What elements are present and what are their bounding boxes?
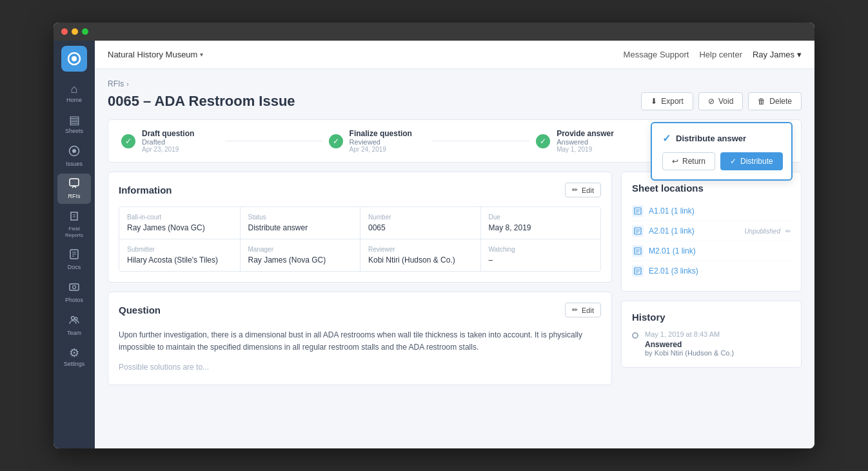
chrome-minimize[interactable] bbox=[72, 28, 78, 35]
return-icon: ↩ bbox=[672, 157, 678, 166]
breadcrumb-parent[interactable]: RFIs bbox=[108, 79, 124, 88]
chrome-maximize[interactable] bbox=[82, 28, 88, 35]
help-center-link[interactable]: Help center bbox=[699, 50, 742, 59]
label-ball-in-court: Ball-in-court bbox=[127, 214, 232, 221]
export-button[interactable]: ⬇ Export bbox=[641, 92, 693, 110]
sidebar: ⌂ Home ▤ Sheets Issues RFIs bbox=[54, 41, 95, 448]
void-button[interactable]: ⊘ Void bbox=[698, 92, 743, 110]
chrome-close[interactable] bbox=[61, 28, 68, 35]
field-reports-icon bbox=[68, 210, 80, 224]
step-draft-icon: ✓ bbox=[121, 134, 135, 148]
field-manager: Manager Ray James (Nova GC) bbox=[240, 239, 360, 271]
field-number: Number 0065 bbox=[360, 207, 480, 239]
top-nav: Natural History Museum ▾ Message Support… bbox=[95, 41, 814, 69]
sidebar-label-settings: Settings bbox=[64, 361, 85, 368]
distribute-check-icon: ✓ bbox=[662, 132, 671, 145]
nav-right: Message Support Help center Ray James ▾ bbox=[624, 50, 802, 59]
sidebar-item-issues[interactable]: Issues bbox=[57, 141, 91, 172]
project-selector[interactable]: Natural History Museum ▾ bbox=[108, 50, 203, 59]
edit-label: Edit bbox=[582, 186, 594, 194]
sidebar-label-issues: Issues bbox=[66, 161, 83, 168]
progress-section: ✓ Draft question Drafted Apr 23, 2019 ✓ bbox=[108, 119, 802, 163]
history-card: History May 1, 2019 at 8:43 AM Answered … bbox=[621, 301, 802, 368]
void-icon: ⊘ bbox=[708, 97, 715, 106]
sheet-loc-label-m201: M2.01 (1 link) bbox=[649, 246, 696, 256]
popup-actions: ↩ Return ✓ Distribute bbox=[662, 152, 781, 170]
page-title: 0065 – ADA Restroom Issue bbox=[108, 93, 295, 110]
svg-point-8 bbox=[72, 316, 75, 319]
user-chevron: ▾ bbox=[797, 50, 802, 59]
step-finalize-title: Finalize question bbox=[350, 129, 412, 138]
sidebar-label-home: Home bbox=[66, 97, 82, 104]
edit-icon: ✏ bbox=[572, 186, 578, 194]
sidebar-item-settings[interactable]: ⚙ Settings bbox=[57, 343, 91, 372]
sheet-loc-item-m201[interactable]: M2.01 (1 link) bbox=[632, 241, 791, 261]
step-provide-info: Provide answer Answered May 1, 2019 bbox=[557, 129, 614, 153]
field-due: Due May 8, 2019 bbox=[480, 207, 601, 239]
delete-icon: 🗑 bbox=[758, 97, 765, 106]
value-status: Distribute answer bbox=[248, 223, 353, 232]
field-watching: Watching – bbox=[480, 239, 601, 271]
sheet-loc-item-e201[interactable]: E2.01 (3 links) bbox=[632, 261, 791, 281]
information-card: Information ✏ Edit Ball-in-court bbox=[108, 172, 612, 283]
field-status: Status Distribute answer bbox=[240, 207, 360, 239]
step-finalize: ✓ Finalize question Reviewed Apr 24, 201… bbox=[329, 129, 426, 153]
distribute-button[interactable]: ✓ Distribute bbox=[720, 152, 783, 170]
export-icon: ⬇ bbox=[651, 97, 657, 106]
step-draft-sub: Drafted bbox=[142, 138, 194, 146]
label-due: Due bbox=[489, 214, 593, 221]
delete-button[interactable]: 🗑 Delete bbox=[748, 92, 802, 110]
sidebar-item-home[interactable]: ⌂ Home bbox=[57, 79, 91, 108]
question-header: Question ✏ Edit bbox=[119, 303, 601, 317]
step-finalize-sub: Reviewed bbox=[350, 138, 412, 146]
question-text-2: Possible solutions are to... bbox=[119, 359, 601, 374]
rfis-icon bbox=[68, 177, 80, 191]
sheet-locations-card: Sheet locations A1.01 (1 link) bbox=[621, 172, 802, 292]
field-reviewer: Reviewer Kobi Ntiri (Hudson & Co.) bbox=[360, 239, 480, 271]
team-icon bbox=[68, 314, 80, 328]
distribute-label: Distribute bbox=[740, 157, 773, 166]
distribute-icon: ✓ bbox=[730, 157, 736, 166]
history-action-0: Answered bbox=[645, 340, 734, 349]
sheet-edit-icon-a201[interactable]: ✏ bbox=[785, 228, 791, 235]
label-status: Status bbox=[248, 214, 353, 221]
question-edit-button[interactable]: ✏ Edit bbox=[565, 303, 601, 317]
page-content: RFIs › 0065 – ADA Restroom Issue ⬇ Expor… bbox=[95, 69, 814, 448]
sidebar-item-sheets[interactable]: ▤ Sheets bbox=[57, 110, 91, 139]
step-provide-title: Provide answer bbox=[557, 129, 614, 138]
step-draft-date: Apr 23, 2019 bbox=[142, 146, 194, 153]
field-submitter: Submitter Hilary Acosta (Stile's Tiles) bbox=[119, 239, 240, 271]
information-edit-button[interactable]: ✏ Edit bbox=[565, 183, 601, 197]
history-title: History bbox=[632, 312, 791, 323]
label-watching: Watching bbox=[489, 246, 593, 253]
svg-rect-6 bbox=[70, 284, 79, 290]
sidebar-item-rfis[interactable]: RFIs bbox=[57, 174, 91, 204]
sidebar-item-photos[interactable]: Photos bbox=[57, 277, 91, 308]
page-header: 0065 – ADA Restroom Issue ⬇ Export ⊘ Voi… bbox=[108, 92, 802, 110]
value-watching: – bbox=[489, 256, 593, 265]
value-submitter: Hilary Acosta (Stile's Tiles) bbox=[127, 256, 232, 265]
history-item-0: May 1, 2019 at 8:43 AM Answered by Kobi … bbox=[632, 330, 791, 357]
value-due: May 8, 2019 bbox=[489, 223, 593, 232]
info-fields: Ball-in-court Ray James (Nova GC) Status… bbox=[119, 206, 601, 272]
message-support-link[interactable]: Message Support bbox=[624, 50, 689, 59]
screen: ⌂ Home ▤ Sheets Issues RFIs bbox=[54, 23, 814, 448]
user-menu[interactable]: Ray James ▾ bbox=[753, 50, 802, 59]
page-actions: ⬇ Export ⊘ Void 🗑 Delete bbox=[641, 92, 802, 110]
step-provide-date: May 1, 2019 bbox=[557, 146, 614, 153]
field-ball-in-court: Ball-in-court Ray James (Nova GC) bbox=[119, 207, 240, 239]
return-label: Return bbox=[682, 157, 705, 166]
sheet-loc-item-a101[interactable]: A1.01 (1 link) bbox=[632, 201, 791, 221]
value-reviewer: Kobi Ntiri (Hudson & Co.) bbox=[368, 256, 473, 265]
sidebar-item-field-reports[interactable]: Field Reports bbox=[57, 206, 91, 242]
return-button[interactable]: ↩ Return bbox=[662, 152, 715, 170]
distribute-popup-title: Distribute answer bbox=[676, 134, 746, 143]
unpublished-badge-a201: Unpublished bbox=[744, 228, 780, 235]
breadcrumb: RFIs › bbox=[108, 79, 802, 88]
app-logo bbox=[61, 46, 87, 72]
sidebar-item-docs[interactable]: Docs bbox=[57, 245, 91, 275]
left-column: Information ✏ Edit Ball-in-court bbox=[108, 172, 612, 394]
sheet-loc-item-a201[interactable]: A2.01 (1 link) Unpublished ✏ bbox=[632, 221, 791, 241]
sidebar-item-team[interactable]: Team bbox=[57, 310, 91, 341]
label-manager: Manager bbox=[248, 246, 353, 253]
